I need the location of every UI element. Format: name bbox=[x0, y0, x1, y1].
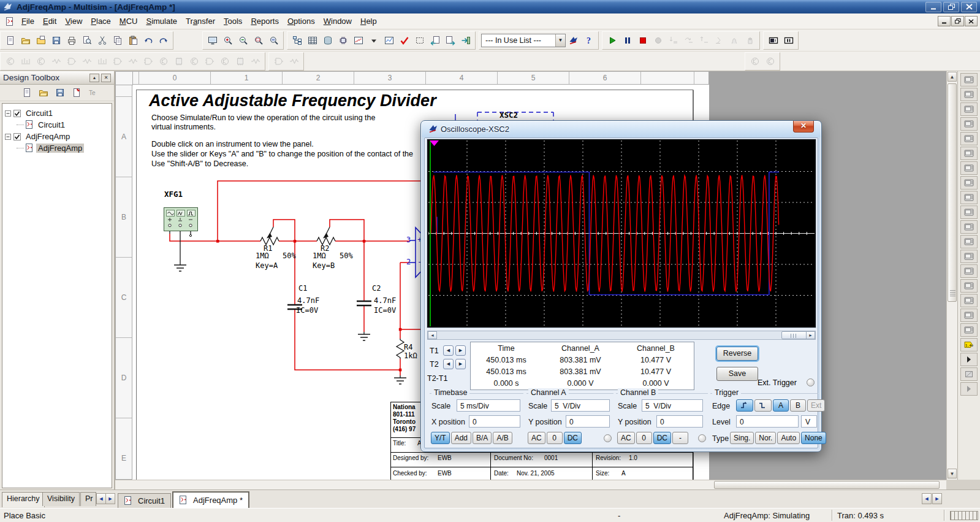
source-icon[interactable] bbox=[2, 53, 18, 69]
wattmeter-icon[interactable] bbox=[960, 102, 978, 116]
trigger-edge-b-button[interactable]: B bbox=[790, 399, 806, 412]
menu-mcu[interactable]: MCU bbox=[115, 14, 142, 28]
network-analyzer-icon[interactable] bbox=[960, 264, 978, 278]
tree-item-circuit1-0[interactable]: Circuit1 bbox=[4, 107, 110, 119]
panel-close-icon[interactable]: ✕ bbox=[101, 74, 111, 82]
timebase-scale-field[interactable]: 5 ms/Div bbox=[457, 399, 520, 412]
channel-b-radio[interactable] bbox=[698, 434, 706, 442]
design-toolbox-header[interactable]: Design Toolbox ▴ ✕ bbox=[0, 71, 114, 85]
dtb-open-icon[interactable] bbox=[37, 86, 50, 99]
pause-at-net-icon[interactable] bbox=[727, 33, 742, 48]
mdi-restore-button[interactable] bbox=[951, 16, 964, 26]
redo-icon[interactable] bbox=[156, 33, 171, 48]
dt-tab-scroll-right-icon[interactable]: ► bbox=[105, 493, 115, 504]
cut-icon[interactable] bbox=[94, 33, 110, 48]
tree-collapse-icon[interactable] bbox=[5, 110, 11, 117]
zoom-fit-icon[interactable] bbox=[266, 33, 281, 48]
menu-place[interactable]: Place bbox=[86, 14, 115, 28]
cursor-t1-left-button[interactable]: ◄ bbox=[443, 345, 454, 356]
tab-visibility[interactable]: Visibility bbox=[42, 492, 80, 506]
probe-next-arrow-icon[interactable] bbox=[960, 353, 978, 366]
grapher-dropdown-icon[interactable] bbox=[366, 33, 381, 48]
save-button[interactable]: Save bbox=[716, 367, 758, 381]
channel-b-0-button[interactable]: 0 bbox=[636, 432, 652, 444]
dtb-te-icon[interactable]: Te bbox=[87, 86, 99, 99]
dtb-save-icon[interactable] bbox=[54, 86, 66, 99]
horizontal-scrollbar-thumb[interactable] bbox=[714, 481, 940, 489]
tree-item-adjfreqamp-2[interactable]: AdjFreqAmp bbox=[4, 131, 110, 142]
trigger-type-sing-button[interactable]: Sing. bbox=[730, 432, 754, 444]
scroll-down-icon[interactable]: ▼ bbox=[948, 469, 957, 478]
trigger-level-unit[interactable]: V bbox=[801, 415, 817, 428]
multimeter-icon[interactable] bbox=[960, 73, 978, 86]
misc-digital-icon[interactable] bbox=[110, 53, 125, 69]
oscilloscope-window[interactable]: Oscilloscope-XSC2 ✕ ◄ ► T1◄►T2◄►T2-T1 Ti… bbox=[420, 120, 822, 452]
mdi-minimize-button[interactable] bbox=[938, 16, 951, 26]
bus-icon[interactable] bbox=[286, 53, 302, 69]
menu-window[interactable]: Window bbox=[319, 14, 356, 28]
save-icon[interactable] bbox=[48, 33, 64, 48]
ttl-icon[interactable] bbox=[79, 53, 94, 69]
stop-icon[interactable] bbox=[635, 33, 650, 48]
oscilloscope-close-button[interactable]: ✕ bbox=[793, 121, 814, 132]
run-to-cursor-icon[interactable] bbox=[712, 33, 727, 48]
database-icon[interactable] bbox=[320, 33, 335, 48]
zoom-area-icon[interactable] bbox=[251, 33, 266, 48]
trigger-edge-edgerise-button[interactable] bbox=[736, 399, 753, 412]
tree-item-circuit1-1[interactable]: Circuit1 bbox=[4, 119, 110, 131]
pause-icon[interactable] bbox=[620, 33, 635, 48]
print-preview-icon[interactable] bbox=[79, 33, 94, 48]
channel-a-ac-button[interactable]: AC bbox=[528, 432, 545, 444]
description-edit-icon[interactable] bbox=[762, 53, 778, 69]
four-channel-oscilloscope-icon[interactable] bbox=[960, 132, 978, 145]
minimize-button[interactable] bbox=[925, 2, 941, 12]
menu-help[interactable]: Help bbox=[356, 14, 381, 28]
trigger-edge-edgefall-button[interactable] bbox=[754, 399, 772, 412]
menu-options[interactable]: Options bbox=[283, 14, 319, 28]
menu-tools[interactable]: Tools bbox=[219, 14, 246, 28]
erc-icon[interactable] bbox=[397, 33, 412, 48]
dtb-new-icon[interactable] bbox=[21, 86, 33, 99]
dropdown-arrow-icon[interactable]: ▼ bbox=[555, 34, 565, 47]
power-icon[interactable] bbox=[156, 53, 171, 69]
paste-icon[interactable] bbox=[125, 33, 140, 48]
scope-scrollbar-thumb[interactable] bbox=[781, 331, 807, 339]
capture-area-icon[interactable] bbox=[412, 33, 427, 48]
timebase-ab-button[interactable]: A/B bbox=[493, 432, 512, 444]
menu-reports[interactable]: Reports bbox=[246, 14, 283, 28]
breakpoint-hand-icon[interactable] bbox=[742, 33, 758, 48]
timebase-xposition-field[interactable]: 0 bbox=[469, 415, 520, 428]
fullscreen-icon[interactable] bbox=[205, 33, 220, 48]
sheet-tab-circuit1[interactable]: Circuit1 bbox=[118, 493, 171, 508]
pause-switch-icon[interactable] bbox=[781, 33, 796, 48]
advanced-peripherals-icon[interactable] bbox=[186, 53, 202, 69]
multisim-logo-icon[interactable] bbox=[566, 33, 581, 48]
record-icon[interactable] bbox=[650, 33, 666, 48]
scroll-up-icon[interactable]: ▲ bbox=[948, 72, 957, 82]
channel-b--button[interactable]: - bbox=[672, 432, 688, 444]
oscilloscope-scrollbar[interactable]: ◄ ► bbox=[427, 331, 816, 340]
timebase-add-button[interactable]: Add bbox=[451, 432, 471, 444]
current-probe-arrow-icon[interactable] bbox=[960, 382, 978, 396]
tab-project-view[interactable]: Pr bbox=[80, 492, 96, 506]
channel-a-scale-field[interactable]: 5 V/Div bbox=[551, 399, 610, 412]
menu-edit[interactable]: Edit bbox=[39, 14, 61, 28]
zoom-out-icon[interactable] bbox=[235, 33, 251, 48]
horizontal-scrollbar[interactable] bbox=[115, 480, 946, 489]
cursor-t1-right-button[interactable]: ► bbox=[455, 345, 466, 356]
frequency-counter-icon[interactable] bbox=[960, 161, 978, 175]
design-toolbox-icon[interactable] bbox=[289, 33, 305, 48]
cmos-icon[interactable] bbox=[94, 53, 110, 69]
open-icon[interactable] bbox=[18, 33, 33, 48]
mdi-close-button[interactable] bbox=[965, 16, 978, 26]
open-sample-icon[interactable] bbox=[33, 33, 48, 48]
undo-icon[interactable] bbox=[140, 33, 156, 48]
channel-b-ac-button[interactable]: AC bbox=[617, 432, 635, 444]
channel-a-yposition-field[interactable]: 0 bbox=[566, 415, 610, 428]
indicator-icon[interactable] bbox=[140, 53, 156, 69]
back-annotate-icon[interactable] bbox=[427, 33, 443, 48]
menu-file[interactable]: File bbox=[17, 14, 39, 28]
dtb-close-icon[interactable] bbox=[70, 86, 83, 99]
channel-a-0-button[interactable]: 0 bbox=[547, 432, 563, 444]
trigger-type-nor-button[interactable]: Nor. bbox=[755, 432, 776, 444]
